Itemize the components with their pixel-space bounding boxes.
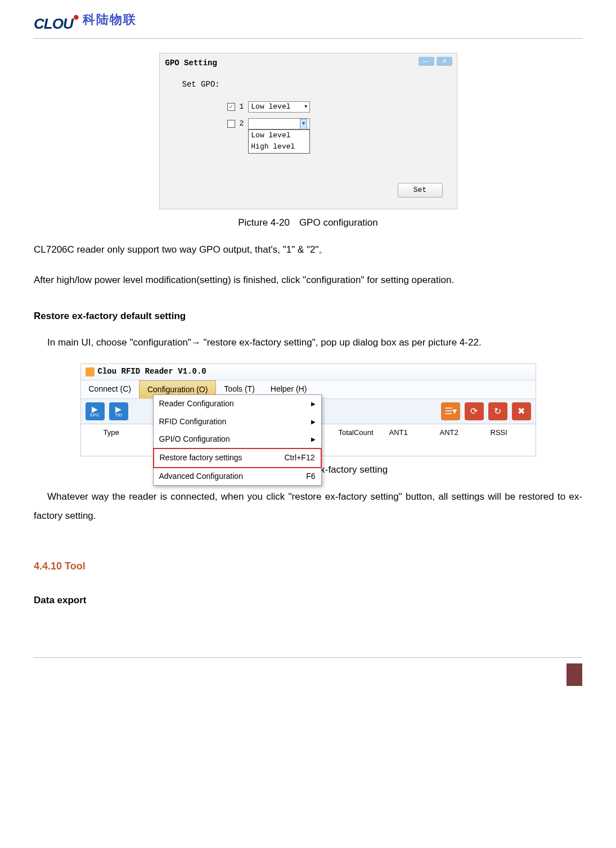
- gpo-setting-window: — ✕ GPO Setting Set GPO: 1 Low level ▼ 2: [159, 53, 457, 209]
- menu-reader-config[interactable]: Reader Configuration▶: [154, 395, 321, 413]
- gpo-dropdown-list[interactable]: Low level High level: [248, 129, 310, 153]
- col-ant1: ANT1: [384, 424, 434, 441]
- gpo-select-1[interactable]: Low level ▼: [248, 101, 310, 113]
- col-type: Type: [98, 424, 137, 441]
- logo-cn: 科陆物联: [83, 11, 137, 29]
- submenu-arrow-icon: ▶: [311, 418, 316, 426]
- toolbar-tid-button[interactable]: ▶TID: [109, 402, 128, 420]
- page-header: CLOU• 科陆物联: [34, 6, 582, 39]
- chevron-down-icon: ▼: [300, 119, 307, 129]
- para-gpo-support: CL7206C reader only support two way GPO …: [34, 240, 582, 259]
- submenu-arrow-icon: ▶: [311, 400, 316, 408]
- shortcut-label: F6: [306, 471, 315, 482]
- section-4-4-10: 4.4.10 Tool: [34, 559, 582, 573]
- footer-page-marker: [566, 663, 582, 686]
- set-button[interactable]: Set: [398, 183, 443, 198]
- toolbar-list-icon[interactable]: ☰▾: [441, 402, 460, 420]
- gpo-checkbox-1[interactable]: [227, 103, 235, 111]
- toolbar-refresh-icon[interactable]: ⟳: [465, 402, 484, 420]
- section-data-export: Data export: [34, 594, 582, 607]
- app-title: Clou RFID Reader V1.0.0: [98, 366, 206, 378]
- gpo-row1-num: 1: [240, 102, 244, 112]
- para-restore-explain: Whatever way the reader is connected, wh…: [34, 487, 582, 526]
- menu-rfid-config[interactable]: RFID Configuration▶: [154, 413, 321, 431]
- menu-restore-factory[interactable]: Restore factory settingsCtrl+F12: [153, 448, 322, 468]
- app-window: Clou RFID Reader V1.0.0 Connect (C) Conf…: [80, 364, 536, 456]
- section-restore-heading: Restore ex-factory default setting: [34, 309, 582, 323]
- col-ant2: ANT2: [434, 424, 485, 441]
- gpo-checkbox-2[interactable]: [227, 120, 235, 128]
- page-footer: [34, 657, 582, 683]
- para-gpo-config: After high/low power level modification(…: [34, 271, 582, 290]
- menu-advanced-config[interactable]: Advanced ConfigurationF6: [154, 468, 321, 486]
- chevron-down-icon: ▼: [304, 104, 307, 111]
- gpo-select-1-value: Low level: [251, 102, 290, 112]
- col-rssi: RSSI: [485, 424, 536, 441]
- gpo-row-1: 1 Low level ▼: [227, 101, 446, 113]
- menu-connect[interactable]: Connect (C): [81, 380, 139, 399]
- configuration-dropdown: Reader Configuration▶ RFID Configuration…: [153, 394, 322, 486]
- para-restore-intro: In main UI, choose "configuration"→ "res…: [34, 333, 582, 352]
- fig1-caption: Picture 4-20 GPO configuration: [34, 216, 582, 230]
- gpo-row-2: 2 ▼ Low level High level: [227, 118, 446, 129]
- toolbar-epc-button[interactable]: ▶EPC: [86, 402, 105, 420]
- shortcut-label: Ctrl+F12: [284, 452, 314, 464]
- gpo-row2-num: 2: [240, 119, 244, 129]
- close-icon[interactable]: ✕: [437, 57, 452, 66]
- gpo-window-title: GPO Setting: [160, 53, 457, 74]
- gpo-option-low[interactable]: Low level: [249, 130, 309, 141]
- toolbar-stop-icon[interactable]: ✖: [512, 402, 531, 420]
- app-titlebar: Clou RFID Reader V1.0.0: [81, 364, 536, 380]
- gpo-option-high[interactable]: High level: [249, 141, 309, 152]
- minimize-icon[interactable]: —: [419, 57, 434, 66]
- toolbar-reload-icon[interactable]: ↻: [488, 402, 507, 420]
- menu-gpio-config[interactable]: GPI/O Configuration▶: [154, 430, 321, 448]
- logo-text: CLOU•: [34, 6, 78, 34]
- app-icon: [86, 367, 95, 376]
- submenu-arrow-icon: ▶: [311, 436, 316, 443]
- gpo-select-2[interactable]: ▼ Low level High level: [248, 118, 310, 129]
- logo: CLOU• 科陆物联: [34, 6, 137, 34]
- set-gpo-label: Set GPO:: [182, 79, 446, 91]
- col-totalcount: TotalCount: [333, 424, 384, 441]
